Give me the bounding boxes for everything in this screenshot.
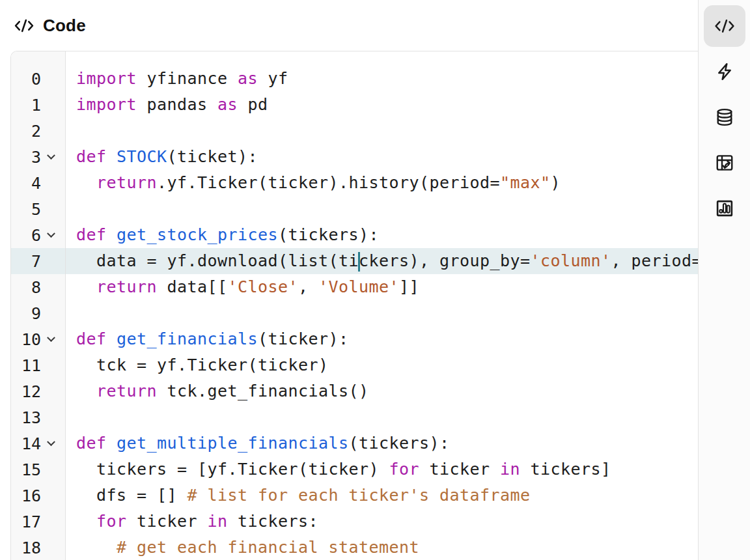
code-rows: 0 import yfinance as yf 1 import pandas … (11, 51, 698, 560)
app: Code 0 import yfinance as yf 1 import pa… (0, 0, 750, 560)
fold-toggle[interactable] (41, 352, 61, 378)
code-token (76, 382, 96, 400)
line-gutter: 3 (11, 144, 65, 170)
code-icon (13, 17, 35, 35)
chevron-down-icon (47, 151, 55, 160)
fold-toggle[interactable] (41, 274, 61, 300)
code-token: for (389, 460, 420, 479)
code-line[interactable]: 17 for ticker in tickers: (11, 509, 698, 535)
line-gutter: 14 (11, 430, 65, 456)
code-line[interactable]: 16 dfs = [] # list for each ticker's dat… (11, 483, 698, 509)
code-line[interactable]: 3 def STOCK(ticket): (11, 144, 698, 170)
line-gutter: 18 (11, 535, 65, 560)
code-line[interactable]: 1 import pandas as pd (11, 92, 698, 118)
tab-bar-chart[interactable] (704, 188, 745, 229)
code-content[interactable]: tickers = [yf.Ticker(ticker) for ticker … (65, 456, 611, 483)
code-token: pd (238, 95, 268, 114)
fold-toggle[interactable] (41, 378, 61, 404)
code-content[interactable]: def get_stock_prices(tickers): (65, 222, 379, 248)
fold-toggle[interactable] (41, 92, 61, 118)
tab-database[interactable] (704, 96, 745, 138)
code-line[interactable]: 0 import yfinance as yf (11, 66, 698, 92)
line-gutter: 11 (11, 352, 65, 378)
code-token: for (96, 512, 127, 531)
code-content[interactable]: import pandas as pd (65, 92, 268, 118)
tab-zap[interactable] (704, 51, 745, 92)
code-line[interactable]: 4 return.yf.Ticker(ticker).history(perio… (11, 170, 698, 196)
fold-toggle[interactable] (41, 509, 61, 535)
code-content[interactable]: tck = yf.Ticker(ticker) (65, 352, 329, 378)
code-line[interactable]: 10 def get_financials(ticker): (11, 326, 698, 352)
code-content[interactable]: def STOCK(ticket): (65, 144, 258, 170)
code-token (107, 329, 117, 348)
fold-toggle[interactable] (41, 170, 61, 196)
code-token: return (96, 173, 157, 192)
fold-toggle[interactable] (41, 404, 61, 430)
chevron-down-icon (47, 333, 55, 342)
code-token: 'Close' (228, 277, 299, 296)
code-token: dfs = [] (76, 486, 188, 505)
code-line[interactable]: 15 tickers = [yf.Ticker(ticker) for tick… (11, 456, 698, 483)
code-content[interactable]: import yfinance as yf (65, 66, 288, 92)
code-content[interactable]: data = yf.download(list(tickers), group_… (65, 248, 698, 274)
fold-toggle[interactable] (41, 66, 61, 92)
fold-toggle[interactable] (41, 196, 61, 222)
line-gutter: 2 (11, 118, 65, 144)
code-token: tck = yf.Ticker(ticker) (76, 356, 329, 374)
tab-code[interactable] (704, 5, 745, 47)
code-content[interactable]: # get each financial statement (65, 535, 419, 560)
fold-toggle[interactable] (41, 483, 61, 509)
code-line[interactable]: 6 def get_stock_prices(tickers): (11, 222, 698, 248)
code-token: ticker (127, 512, 208, 531)
code-editor-panel: 0 import yfinance as yf 1 import pandas … (10, 51, 698, 560)
line-number: 12 (11, 382, 41, 401)
code-content[interactable]: def get_multiple_financials(tickers): (65, 430, 450, 456)
fold-toggle[interactable] (41, 430, 61, 456)
code-token: (tickers): (278, 225, 379, 244)
code-content[interactable]: dfs = [] # list for each ticker's datafr… (65, 483, 531, 509)
chevron-down-icon (47, 229, 55, 238)
code-line[interactable]: 18 # get each financial statement (11, 535, 698, 560)
fold-toggle[interactable] (41, 456, 61, 483)
code-line[interactable]: 2 (11, 118, 698, 144)
line-number: 11 (11, 356, 41, 375)
code-content[interactable]: for ticker in tickers: (65, 509, 318, 535)
line-number: 14 (11, 434, 41, 453)
fold-toggle[interactable] (41, 535, 61, 560)
line-number: 1 (11, 96, 41, 115)
code-token: tck.get_financials() (157, 382, 369, 400)
code-content[interactable]: def get_financials(ticker): (65, 326, 349, 352)
code-token: get_multiple_financials (117, 434, 349, 453)
code-token: tickers: (228, 512, 319, 531)
tab-pivot-table[interactable] (704, 142, 745, 184)
code-content[interactable]: return tck.get_financials() (65, 378, 369, 404)
code-line[interactable]: 11 tck = yf.Ticker(ticker) (11, 352, 698, 378)
code-line[interactable]: 8 return data[['Close', 'Volume']] (11, 274, 698, 300)
code-token: yfinance (137, 69, 238, 88)
line-number: 4 (11, 174, 41, 193)
code-token: "max" (500, 173, 551, 192)
fold-toggle[interactable] (41, 118, 61, 144)
code-line[interactable]: 9 (11, 300, 698, 326)
code-token: ]] (399, 277, 419, 296)
code-token (76, 538, 117, 557)
fold-toggle[interactable] (41, 300, 61, 326)
code-token: (tickers): (349, 434, 450, 453)
fold-toggle[interactable] (41, 248, 61, 274)
fold-toggle[interactable] (41, 144, 61, 170)
code-token: tickers] (520, 460, 611, 479)
line-number: 10 (11, 330, 41, 349)
code-line[interactable]: 12 return tck.get_financials() (11, 378, 698, 404)
code-token: in (500, 460, 520, 479)
fold-toggle[interactable] (41, 326, 61, 352)
code-token (76, 277, 96, 296)
code-content[interactable]: return data[['Close', 'Volume']] (65, 274, 419, 300)
code-line[interactable]: 5 (11, 196, 698, 222)
code-line[interactable]: 7 data = yf.download(list(tickers), grou… (11, 248, 698, 274)
line-gutter: 0 (11, 66, 65, 92)
code-line[interactable]: 13 (11, 404, 698, 430)
code-content[interactable]: return.yf.Ticker(ticker).history(period=… (65, 170, 561, 196)
code-line[interactable]: 14 def get_multiple_financials(tickers): (11, 430, 698, 456)
code-token: data = yf.download(list(ti (76, 251, 359, 270)
fold-toggle[interactable] (41, 222, 61, 248)
